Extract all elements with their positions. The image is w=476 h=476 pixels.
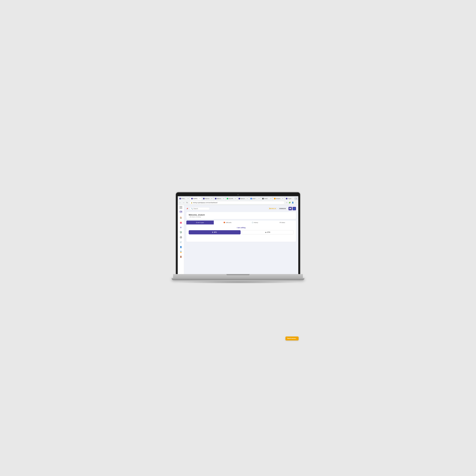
welcome-title: Welcome, @utech — [189, 214, 294, 216]
browser-tabs: ETHU... ✕ Dashboard... ✕ Myecurren... ✕ … — [178, 196, 298, 200]
balance-pills: ₿$47601.53 ⊙$3432.55 — [268, 207, 287, 210]
sidebar-item-grid[interactable]: ⊞ — [179, 225, 183, 230]
browser-tab-tab-dashboard[interactable]: Dashboard... ✕ — [190, 197, 202, 200]
sidebar-item-signout[interactable]: 🚪 — [179, 255, 183, 259]
browser-tab-tab-jeroid[interactable]: Jeroid ✕ — [261, 197, 273, 200]
browser-tab-tab-mycurr3[interactable]: Myecurren... ✕ — [238, 197, 249, 200]
laptop-display: ETHU... ✕ Dashboard... ✕ Myecurren... ✕ … — [178, 196, 298, 274]
usd-balance-value: ⊙$3432.55 — [279, 208, 286, 209]
laptop-camera — [238, 194, 238, 195]
browser-tab-tab-amazon[interactable]: amazon gi... ✕ — [273, 197, 285, 200]
svg-text:C9: C9 — [180, 211, 182, 213]
laptop-notch — [226, 274, 250, 275]
browser-tab-tab-google1[interactable]: jeriod - Go... ✕ — [249, 197, 261, 200]
crypto-options: ₿ BTC ◈ ETH — [189, 230, 294, 234]
search-box[interactable]: 🔍 — [189, 207, 210, 210]
sidebar-item-badge[interactable]: 🏅 — [179, 250, 183, 254]
browser-toolbar: ← → ↻ 🔒 testing.crypto9japays.com/user/d… — [178, 200, 298, 205]
btc-button[interactable]: ₿ BTC — [189, 230, 241, 234]
chat-icon-button[interactable]: 💬 — [289, 207, 292, 210]
welcome-section: Welcome, @utech ...the future of money — [186, 212, 296, 219]
browser-actions: ☆ 🧩 👤 ⋮ — [286, 201, 297, 204]
tab-status[interactable]: ⚙Status — [269, 221, 296, 224]
sidebar-toggle[interactable] — [179, 206, 182, 209]
extension-button[interactable]: 🧩 — [289, 201, 291, 204]
btc-balance-pill: ₿$47601.53 — [268, 207, 277, 210]
new-tab-button[interactable]: + — [295, 197, 298, 200]
refresh-button[interactable]: ↻ — [186, 201, 188, 204]
logo-icon: C9 — [179, 210, 183, 214]
btc-balance-value: ₿$47601.53 — [269, 208, 276, 209]
btc-label: BTC — [214, 232, 217, 233]
browser-tab-tab-myecurr2[interactable]: MyEcurren... ✕ — [214, 197, 225, 200]
browser-tab-tab-ethu[interactable]: ETHU... ✕ — [178, 197, 190, 200]
pin-icon: 📌 — [186, 208, 188, 209]
sidebar-item-cart[interactable]: 🛒 — [179, 240, 183, 244]
welcome-subtitle: ...the future of money — [189, 216, 294, 218]
eth-icon: ◈ — [265, 232, 266, 233]
laptop-screen: ETHU... ✕ Dashboard... ✕ Myecurren... ✕ … — [176, 192, 300, 274]
eth-button[interactable]: ◈ ETH — [242, 230, 294, 234]
laptop-base — [173, 274, 303, 278]
sidebar-logo: C9 — [179, 210, 183, 214]
header-right-icons: 💬 👤 — [289, 207, 296, 210]
user-icon-button[interactable]: 👤 — [292, 207, 296, 210]
sidebar-item-exchange[interactable]: 💱 — [179, 230, 183, 235]
laptop-shadow — [176, 281, 300, 284]
sidebar: C9 🏠👛⊞💱🎧🛒👤🏅🚪 — [178, 205, 184, 274]
browser-tab-tab-mycurr1[interactable]: Myecurren... ✕ — [202, 197, 213, 200]
content-tabs: ₿Sell Crypto🎁GiftCards🕐History⚙Status — [186, 221, 296, 224]
selling-label: I am selling — [189, 227, 294, 228]
btc-icon: ₿ — [212, 232, 213, 233]
tab-history[interactable]: 🕐History — [241, 221, 269, 224]
laptop-foot — [172, 278, 304, 280]
browser-tab-tab-whats[interactable]: (26) What... ✕ — [226, 197, 237, 200]
browser-tab-tab-crypto[interactable]: Crypto 9ja... ✕ — [285, 197, 294, 200]
lock-icon: 🔒 — [191, 202, 192, 203]
forward-button[interactable]: → — [182, 201, 185, 204]
url-text: testing.crypto9japays.com/user/dashboard — [193, 202, 217, 203]
profile-button[interactable]: 👤 — [291, 201, 294, 204]
tab-content: I am selling ₿ BTC ◈ ETH — [186, 224, 296, 242]
app-content: C9 🏠👛⊞💱🎧🛒👤🏅🚪 📌 🔍 — [178, 205, 298, 274]
menu-button[interactable]: ⋮ — [294, 201, 297, 204]
tab-sell-crypto[interactable]: ₿Sell Crypto — [186, 221, 214, 224]
address-bar[interactable]: 🔒 testing.crypto9japays.com/user/dashboa… — [189, 201, 285, 204]
sidebar-item-dashboard[interactable]: 🏠 — [179, 215, 183, 220]
search-icon: 🔍 — [191, 208, 193, 209]
main-header: 📌 🔍 ₿$47601.53 ⊙$3432.55 — [186, 207, 296, 210]
eth-label: ETH — [267, 232, 270, 233]
laptop-container: ETHU... ✕ Dashboard... ✕ Myecurren... ✕ … — [173, 192, 303, 284]
search-input[interactable] — [193, 208, 208, 209]
sidebar-item-user[interactable]: 👤 — [179, 245, 183, 249]
sidebar-item-wallet[interactable]: 👛 — [179, 220, 183, 225]
usd-balance-pill: ⊙$3432.55 — [278, 207, 287, 210]
main-area: 📌 🔍 ₿$47601.53 ⊙$3432.55 — [184, 205, 298, 274]
tab-giftcards[interactable]: 🎁GiftCards — [214, 221, 241, 224]
back-button[interactable]: ← — [179, 201, 182, 204]
send-message-button[interactable]: Send messa... — [286, 337, 299, 340]
sidebar-item-support[interactable]: 🎧 — [179, 235, 183, 239]
bookmark-button[interactable]: ☆ — [286, 201, 288, 204]
